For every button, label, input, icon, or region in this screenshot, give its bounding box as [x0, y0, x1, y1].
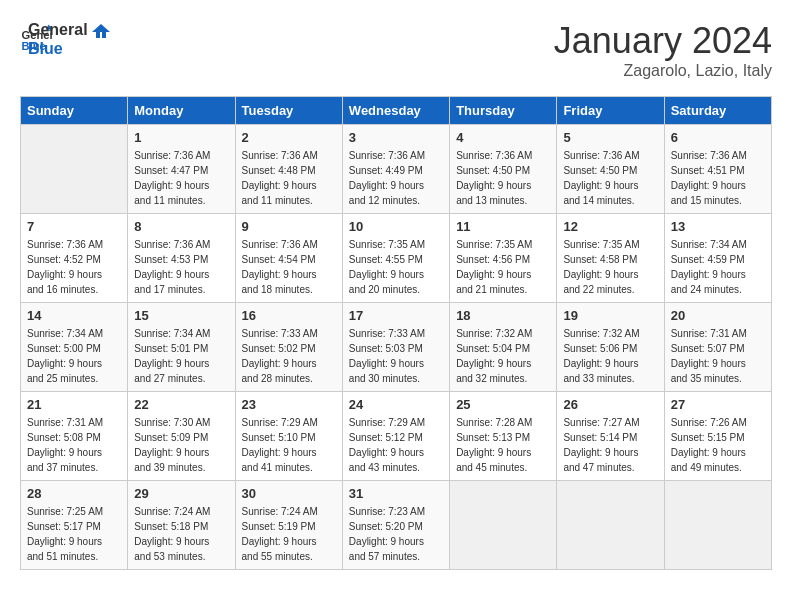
day-cell: 27 Sunrise: 7:26 AM Sunset: 5:15 PM Dayl…	[664, 392, 771, 481]
day-info: Sunrise: 7:24 AM Sunset: 5:18 PM Dayligh…	[134, 504, 228, 564]
day-cell: 7 Sunrise: 7:36 AM Sunset: 4:52 PM Dayli…	[21, 214, 128, 303]
location-subtitle: Zagarolo, Lazio, Italy	[554, 62, 772, 80]
day-info: Sunrise: 7:36 AM Sunset: 4:49 PM Dayligh…	[349, 148, 443, 208]
day-cell: 26 Sunrise: 7:27 AM Sunset: 5:14 PM Dayl…	[557, 392, 664, 481]
page-header: General Blue General Blue January 2024 Z…	[20, 20, 772, 80]
day-cell: 11 Sunrise: 7:35 AM Sunset: 4:56 PM Dayl…	[450, 214, 557, 303]
day-number: 30	[242, 486, 336, 501]
day-info: Sunrise: 7:32 AM Sunset: 5:06 PM Dayligh…	[563, 326, 657, 386]
day-cell: 1 Sunrise: 7:36 AM Sunset: 4:47 PM Dayli…	[128, 125, 235, 214]
day-cell: 30 Sunrise: 7:24 AM Sunset: 5:19 PM Dayl…	[235, 481, 342, 570]
day-number: 20	[671, 308, 765, 323]
day-cell: 6 Sunrise: 7:36 AM Sunset: 4:51 PM Dayli…	[664, 125, 771, 214]
day-number: 21	[27, 397, 121, 412]
day-number: 6	[671, 130, 765, 145]
day-cell: 16 Sunrise: 7:33 AM Sunset: 5:02 PM Dayl…	[235, 303, 342, 392]
day-info: Sunrise: 7:35 AM Sunset: 4:55 PM Dayligh…	[349, 237, 443, 297]
logo-bird-icon	[92, 24, 110, 38]
calendar-table: SundayMondayTuesdayWednesdayThursdayFrid…	[20, 96, 772, 570]
day-cell: 29 Sunrise: 7:24 AM Sunset: 5:18 PM Dayl…	[128, 481, 235, 570]
day-cell: 24 Sunrise: 7:29 AM Sunset: 5:12 PM Dayl…	[342, 392, 449, 481]
svg-marker-4	[92, 24, 110, 38]
day-number: 25	[456, 397, 550, 412]
day-info: Sunrise: 7:33 AM Sunset: 5:02 PM Dayligh…	[242, 326, 336, 386]
day-cell: 14 Sunrise: 7:34 AM Sunset: 5:00 PM Dayl…	[21, 303, 128, 392]
month-title: January 2024	[554, 20, 772, 62]
day-info: Sunrise: 7:36 AM Sunset: 4:50 PM Dayligh…	[456, 148, 550, 208]
weekday-tuesday: Tuesday	[235, 97, 342, 125]
day-info: Sunrise: 7:36 AM Sunset: 4:47 PM Dayligh…	[134, 148, 228, 208]
week-row-5: 28 Sunrise: 7:25 AM Sunset: 5:17 PM Dayl…	[21, 481, 772, 570]
day-number: 12	[563, 219, 657, 234]
day-cell: 2 Sunrise: 7:36 AM Sunset: 4:48 PM Dayli…	[235, 125, 342, 214]
logo: General Blue General Blue	[20, 20, 110, 58]
day-number: 28	[27, 486, 121, 501]
day-cell: 12 Sunrise: 7:35 AM Sunset: 4:58 PM Dayl…	[557, 214, 664, 303]
day-cell	[21, 125, 128, 214]
day-info: Sunrise: 7:33 AM Sunset: 5:03 PM Dayligh…	[349, 326, 443, 386]
weekday-monday: Monday	[128, 97, 235, 125]
day-number: 4	[456, 130, 550, 145]
day-cell: 18 Sunrise: 7:32 AM Sunset: 5:04 PM Dayl…	[450, 303, 557, 392]
day-number: 7	[27, 219, 121, 234]
day-info: Sunrise: 7:36 AM Sunset: 4:52 PM Dayligh…	[27, 237, 121, 297]
day-cell: 20 Sunrise: 7:31 AM Sunset: 5:07 PM Dayl…	[664, 303, 771, 392]
day-info: Sunrise: 7:23 AM Sunset: 5:20 PM Dayligh…	[349, 504, 443, 564]
day-info: Sunrise: 7:36 AM Sunset: 4:50 PM Dayligh…	[563, 148, 657, 208]
day-number: 10	[349, 219, 443, 234]
day-info: Sunrise: 7:26 AM Sunset: 5:15 PM Dayligh…	[671, 415, 765, 475]
day-info: Sunrise: 7:31 AM Sunset: 5:07 PM Dayligh…	[671, 326, 765, 386]
day-cell: 4 Sunrise: 7:36 AM Sunset: 4:50 PM Dayli…	[450, 125, 557, 214]
day-number: 13	[671, 219, 765, 234]
day-info: Sunrise: 7:35 AM Sunset: 4:56 PM Dayligh…	[456, 237, 550, 297]
day-cell: 9 Sunrise: 7:36 AM Sunset: 4:54 PM Dayli…	[235, 214, 342, 303]
day-number: 14	[27, 308, 121, 323]
day-number: 31	[349, 486, 443, 501]
day-number: 3	[349, 130, 443, 145]
day-info: Sunrise: 7:36 AM Sunset: 4:53 PM Dayligh…	[134, 237, 228, 297]
week-row-4: 21 Sunrise: 7:31 AM Sunset: 5:08 PM Dayl…	[21, 392, 772, 481]
title-block: January 2024 Zagarolo, Lazio, Italy	[554, 20, 772, 80]
day-number: 27	[671, 397, 765, 412]
weekday-wednesday: Wednesday	[342, 97, 449, 125]
day-cell: 25 Sunrise: 7:28 AM Sunset: 5:13 PM Dayl…	[450, 392, 557, 481]
day-number: 11	[456, 219, 550, 234]
day-cell	[664, 481, 771, 570]
day-info: Sunrise: 7:36 AM Sunset: 4:51 PM Dayligh…	[671, 148, 765, 208]
day-info: Sunrise: 7:24 AM Sunset: 5:19 PM Dayligh…	[242, 504, 336, 564]
day-cell: 15 Sunrise: 7:34 AM Sunset: 5:01 PM Dayl…	[128, 303, 235, 392]
logo-blue: Blue	[28, 39, 110, 58]
day-cell: 10 Sunrise: 7:35 AM Sunset: 4:55 PM Dayl…	[342, 214, 449, 303]
day-number: 24	[349, 397, 443, 412]
weekday-friday: Friday	[557, 97, 664, 125]
day-cell: 31 Sunrise: 7:23 AM Sunset: 5:20 PM Dayl…	[342, 481, 449, 570]
day-number: 2	[242, 130, 336, 145]
day-number: 18	[456, 308, 550, 323]
calendar-body: 1 Sunrise: 7:36 AM Sunset: 4:47 PM Dayli…	[21, 125, 772, 570]
day-info: Sunrise: 7:29 AM Sunset: 5:12 PM Dayligh…	[349, 415, 443, 475]
day-number: 23	[242, 397, 336, 412]
day-cell: 3 Sunrise: 7:36 AM Sunset: 4:49 PM Dayli…	[342, 125, 449, 214]
logo-general: General	[28, 20, 110, 39]
weekday-header-row: SundayMondayTuesdayWednesdayThursdayFrid…	[21, 97, 772, 125]
day-info: Sunrise: 7:25 AM Sunset: 5:17 PM Dayligh…	[27, 504, 121, 564]
day-info: Sunrise: 7:31 AM Sunset: 5:08 PM Dayligh…	[27, 415, 121, 475]
day-info: Sunrise: 7:35 AM Sunset: 4:58 PM Dayligh…	[563, 237, 657, 297]
day-info: Sunrise: 7:34 AM Sunset: 4:59 PM Dayligh…	[671, 237, 765, 297]
day-cell: 5 Sunrise: 7:36 AM Sunset: 4:50 PM Dayli…	[557, 125, 664, 214]
day-number: 22	[134, 397, 228, 412]
week-row-1: 1 Sunrise: 7:36 AM Sunset: 4:47 PM Dayli…	[21, 125, 772, 214]
day-cell: 17 Sunrise: 7:33 AM Sunset: 5:03 PM Dayl…	[342, 303, 449, 392]
day-number: 8	[134, 219, 228, 234]
day-number: 15	[134, 308, 228, 323]
day-info: Sunrise: 7:36 AM Sunset: 4:54 PM Dayligh…	[242, 237, 336, 297]
day-cell: 22 Sunrise: 7:30 AM Sunset: 5:09 PM Dayl…	[128, 392, 235, 481]
week-row-3: 14 Sunrise: 7:34 AM Sunset: 5:00 PM Dayl…	[21, 303, 772, 392]
day-number: 19	[563, 308, 657, 323]
day-info: Sunrise: 7:29 AM Sunset: 5:10 PM Dayligh…	[242, 415, 336, 475]
day-cell: 21 Sunrise: 7:31 AM Sunset: 5:08 PM Dayl…	[21, 392, 128, 481]
day-number: 17	[349, 308, 443, 323]
day-number: 9	[242, 219, 336, 234]
day-cell: 13 Sunrise: 7:34 AM Sunset: 4:59 PM Dayl…	[664, 214, 771, 303]
day-info: Sunrise: 7:28 AM Sunset: 5:13 PM Dayligh…	[456, 415, 550, 475]
